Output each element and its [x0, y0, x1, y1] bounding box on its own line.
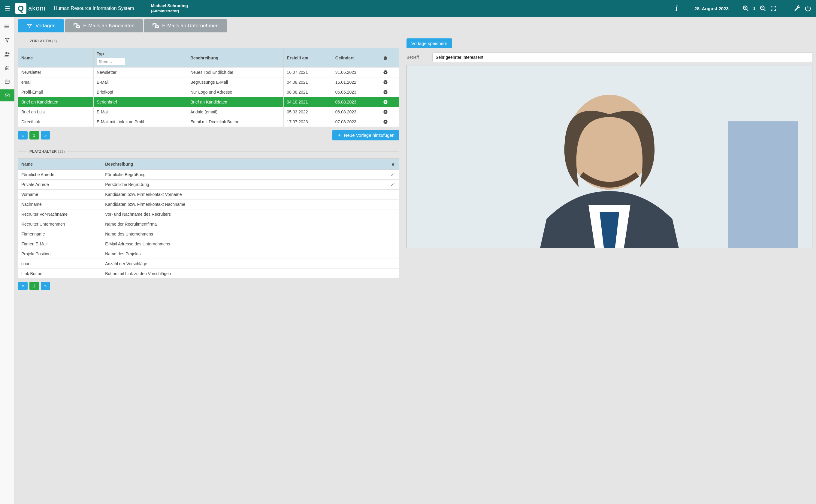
cell-typ: E-Mail — [94, 107, 187, 117]
sidebar-item-list[interactable] — [0, 20, 14, 32]
template-preview: Herzlich Willkommen bei Akoni Recruiting… — [406, 65, 812, 248]
cell-beschreibung: Begrüssungs E-Mail — [187, 77, 283, 87]
cell-beschreibung: Email mit Direktlink Button — [187, 117, 283, 127]
table-row[interactable]: Profil-EmailBriefkopfNur Logo und Adress… — [18, 87, 399, 97]
table-row[interactable]: DirectLinkE-Mail mit Link zum ProfilEmai… — [18, 117, 399, 127]
fullscreen-icon[interactable] — [770, 5, 776, 11]
cell-name: Newsletter — [18, 67, 94, 77]
table-row[interactable]: VornameKandidaten bzw. Firmenkontakt Vor… — [18, 190, 399, 199]
app-header: ☰ Q akoni Human Resource Information Sys… — [0, 0, 816, 17]
delete-row-button[interactable] — [380, 97, 399, 107]
table-row[interactable]: Förmliche AnredeFörmliche Begrüßung — [18, 170, 399, 180]
tab-emails-unternehmen[interactable]: E-Mails an Unternehmen — [144, 19, 227, 32]
power-icon[interactable] — [805, 5, 811, 12]
save-template-button[interactable]: Vorlage speichern — [406, 38, 452, 48]
logo-mark-icon: Q — [18, 4, 24, 13]
svg-point-12 — [5, 26, 5, 27]
table-row[interactable]: Private AnredePersönliche Begrüßung — [18, 180, 399, 190]
delete-row-button[interactable] — [380, 117, 399, 127]
col-name[interactable]: Name — [18, 159, 102, 170]
logo[interactable]: Q akoni — [15, 3, 46, 14]
zoom-out-icon[interactable] — [760, 5, 766, 12]
col-geaendert[interactable]: Geändert — [332, 48, 380, 67]
col-erstellt[interactable]: Erstellt am — [284, 48, 332, 67]
cell-beschreibung: Kandidaten bzw. Firmenkontakt Vorname — [102, 190, 387, 199]
cell-beschreibung: Förmliche Begrüßung — [102, 170, 387, 180]
table-row[interactable]: NewsletterNewsletterNeues Tool Endlich d… — [18, 67, 399, 77]
pencil-icon[interactable] — [390, 182, 396, 187]
delete-row-button[interactable] — [380, 67, 399, 77]
pager-next-button[interactable]: » — [41, 131, 50, 139]
svg-point-24 — [27, 24, 28, 25]
col-delete — [380, 48, 399, 67]
pager-prev-button[interactable]: « — [18, 131, 28, 139]
zoom-in-icon[interactable] — [742, 5, 749, 12]
tab-emails-kandidaten[interactable]: E-Mails an Kandidaten — [65, 19, 143, 32]
sidebar-item-mail[interactable] — [0, 89, 14, 101]
table-row[interactable]: Projekt PositionName des Projekts — [18, 249, 399, 259]
hamburger-icon[interactable]: ☰ — [5, 5, 10, 12]
svg-point-18 — [8, 53, 9, 54]
table-row[interactable]: NachnameKandidaten bzw. Firmenkontakt Na… — [18, 199, 399, 209]
cell-geaendert: 06.08.2023 — [332, 107, 380, 117]
cell-name: Förmliche Anrede — [18, 170, 102, 180]
svg-point-39 — [568, 95, 651, 190]
table-row[interactable]: countAnzahl der Vorschläge — [18, 259, 399, 269]
sidebar-item-users[interactable] — [0, 48, 14, 60]
sidebar-item-building[interactable] — [0, 62, 14, 74]
col-beschreibung[interactable]: Beschreibung — [187, 48, 283, 67]
table-row[interactable]: Recruiter UnternehmenName der Recruitmen… — [18, 219, 399, 229]
tab-label: E-Mails an Kandidaten — [83, 23, 134, 29]
cell-geaendert: 06.08.2023 — [332, 97, 380, 107]
sidebar-item-calendar[interactable] — [0, 76, 14, 88]
add-template-button[interactable]: ＋ Neue Vorlage hinzufügen — [332, 130, 399, 140]
pager-prev-button[interactable]: « — [18, 282, 28, 290]
cell-name: Projekt Position — [18, 249, 102, 259]
col-hash[interactable]: # — [387, 159, 399, 170]
sidebar-item-network[interactable] — [0, 34, 14, 46]
delete-row-button[interactable] — [380, 87, 399, 97]
cell-action — [387, 259, 399, 269]
cell-name: Firmenname — [18, 229, 102, 239]
subject-input[interactable] — [432, 53, 812, 62]
pager-next-button[interactable]: » — [41, 282, 50, 290]
cell-name: Recruiter Unternehmen — [18, 219, 102, 229]
tab-vorlagen[interactable]: Vorlagen — [18, 19, 64, 32]
info-icon[interactable]: i — [676, 4, 678, 13]
pager-page-button[interactable]: 1 — [29, 282, 39, 290]
cell-beschreibung: Brief an Kandidaten — [187, 97, 283, 107]
user-name: Michael Schrading — [151, 3, 188, 8]
cell-name: Recruiter Vor-Nachname — [18, 209, 102, 219]
cell-typ: Newsletter — [94, 67, 187, 77]
delete-row-button[interactable] — [380, 77, 399, 87]
col-name[interactable]: Name — [18, 48, 94, 67]
cell-action — [387, 170, 399, 180]
pencil-icon[interactable] — [390, 173, 396, 177]
cell-geaendert: 06.05.2023 — [332, 87, 380, 97]
table-row[interactable]: Firmen E-MailE-Mail Adresse des Unterneh… — [18, 239, 399, 249]
delete-row-button[interactable] — [380, 107, 399, 117]
col-beschreibung[interactable]: Beschreibung — [102, 159, 387, 170]
table-row[interactable]: Link ButtonButton mit Link zu den Vorsch… — [18, 269, 399, 279]
table-row[interactable]: emailE-MailBegrüssungs E-Mail04.08.20211… — [18, 77, 399, 87]
pager-page-button[interactable]: 1 — [29, 131, 39, 139]
plus-icon: ＋ — [337, 132, 342, 138]
sidebar — [0, 17, 14, 504]
col-typ[interactable]: Typ — [94, 48, 187, 67]
cell-typ: E-Mail — [94, 77, 187, 87]
table-row[interactable]: Brief an LuisE-MailAndale (email)05.03.2… — [18, 107, 399, 117]
typ-filter-input[interactable] — [97, 58, 125, 65]
cell-beschreibung: Name des Unternehmens — [102, 229, 387, 239]
section-title-vorlagen: VORLAGEN (6) — [27, 39, 59, 43]
preview-scroll[interactable]: Herzlich Willkommen bei Akoni Recruiting… — [407, 65, 812, 248]
table-row[interactable]: Brief an KandidatenSerienbriefBrief an K… — [18, 97, 399, 107]
cell-geaendert: 31.05.2023 — [332, 67, 380, 77]
cell-action — [387, 199, 399, 209]
cell-name: Firmen E-Mail — [18, 239, 102, 249]
user-info: Michael Schrading (Administrator) — [151, 3, 188, 13]
table-row[interactable]: FirmennameName des Unternehmens — [18, 229, 399, 239]
cell-geaendert: 16.01.2022 — [332, 77, 380, 87]
cell-action — [387, 239, 399, 249]
wrench-icon[interactable] — [794, 5, 800, 12]
table-row[interactable]: Recruiter Vor-NachnameVor- und Nachname … — [18, 209, 399, 219]
